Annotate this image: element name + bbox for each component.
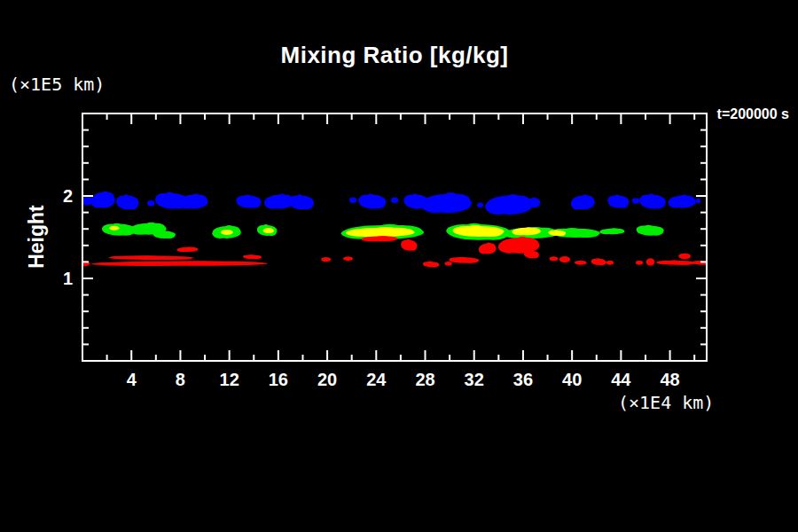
x-tick-label: 24 <box>366 370 387 389</box>
y-tick-label: 1 <box>63 269 73 288</box>
y-tick-label: 2 <box>63 186 73 206</box>
x-tick-label: 4 <box>127 370 137 389</box>
x-tick-label: 28 <box>415 370 434 389</box>
contour-plot-canvas: 481216202428323640444812 <box>0 0 798 532</box>
x-tick-label: 48 <box>660 370 679 389</box>
x-tick-label: 40 <box>562 370 582 389</box>
x-tick-label: 20 <box>317 370 337 389</box>
contour-level-blue <box>82 191 700 214</box>
x-tick-label: 12 <box>220 370 239 389</box>
x-tick-label: 16 <box>269 370 288 389</box>
x-tick-label: 44 <box>611 370 631 389</box>
x-tick-label: 32 <box>465 370 484 389</box>
x-tick-label: 8 <box>176 370 185 389</box>
plot-window: Mixing Ratio [kg/kg] (×1E5 km) t=200000 … <box>0 0 798 532</box>
x-tick-label: 36 <box>513 370 533 389</box>
contour-field <box>80 191 710 267</box>
contour-level-red <box>80 236 710 267</box>
